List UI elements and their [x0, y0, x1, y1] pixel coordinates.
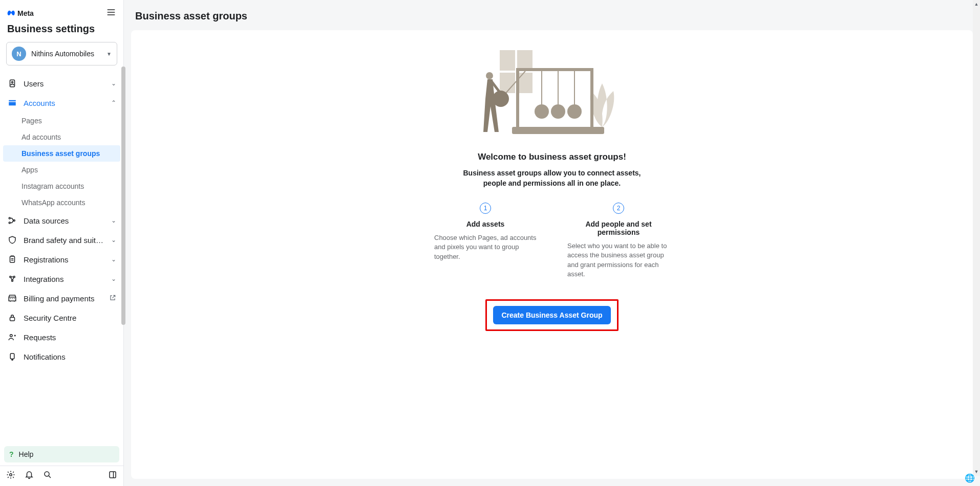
cta-highlight-box: Create Business Asset Group — [485, 299, 618, 331]
accounts-subitems: Pages Ad accounts Business asset groups … — [3, 113, 120, 211]
help-label: Help — [19, 450, 34, 458]
menu-toggle-icon[interactable] — [106, 7, 116, 19]
panel-icon[interactable] — [108, 470, 117, 482]
svg-point-29 — [551, 104, 565, 119]
settings-icon[interactable] — [6, 470, 15, 482]
svg-rect-23 — [516, 68, 593, 71]
step-number-badge: 2 — [613, 203, 624, 214]
clipboard-icon — [7, 255, 17, 264]
sidebar-item-notifications[interactable]: Notifications — [3, 347, 120, 366]
step-add-people: 2 Add people and set permissions Select … — [567, 203, 670, 279]
sidebar-subitem-apps[interactable]: Apps — [15, 162, 120, 178]
sidebar-subitem-whatsapp[interactable]: WhatsApp accounts — [15, 194, 120, 211]
sidebar-item-billing[interactable]: Billing and payments — [3, 289, 120, 308]
svg-rect-22 — [590, 68, 593, 128]
chevron-down-icon: ⌄ — [111, 275, 116, 282]
sidebar-item-label: Requests — [24, 333, 116, 342]
svg-rect-17 — [517, 50, 532, 71]
chevron-down-icon: ▼ — [106, 51, 112, 57]
welcome-subheading: Business asset groups allow you to conne… — [455, 168, 649, 188]
svg-point-10 — [10, 335, 13, 337]
svg-point-12 — [12, 359, 13, 360]
step-description: Select who you want to be able to access… — [567, 241, 670, 279]
lock-icon — [7, 313, 17, 322]
chevron-down-icon: ⌄ — [111, 80, 116, 87]
sidebar-item-brand-safety[interactable]: Brand safety and suitabil… ⌄ — [3, 230, 120, 250]
main-scrollbar[interactable]: ▲ ▼ — [973, 0, 980, 476]
svg-point-1 — [12, 81, 13, 83]
sidebar-subitem-business-asset-groups[interactable]: Business asset groups — [3, 145, 120, 162]
chevron-down-icon: ⌄ — [111, 236, 116, 244]
svg-rect-19 — [517, 73, 532, 93]
svg-rect-11 — [10, 354, 14, 359]
svg-point-13 — [10, 474, 12, 476]
svg-rect-18 — [500, 73, 515, 93]
search-icon[interactable] — [43, 470, 52, 482]
sidebar-item-integrations[interactable]: Integrations ⌄ — [3, 269, 120, 289]
business-name: Nithins Automobiles — [31, 50, 101, 58]
notifications-icon — [7, 352, 17, 361]
chevron-up-icon: ⌃ — [111, 99, 116, 106]
scroll-up-icon[interactable]: ▲ — [973, 0, 980, 8]
sidebar-subitem-instagram[interactable]: Instagram accounts — [15, 178, 120, 194]
help-button[interactable]: ? Help — [4, 446, 119, 462]
step-add-assets: 1 Add assets Choose which Pages, ad acco… — [434, 203, 537, 279]
sidebar-item-label: Data sources — [24, 216, 105, 225]
content-card: Welcome to business asset groups! Busine… — [131, 30, 973, 479]
svg-rect-9 — [10, 317, 15, 321]
sidebar-item-label: Accounts — [24, 99, 105, 107]
sidebar-item-label: Users — [24, 79, 105, 88]
sidebar-item-label: Notifications — [24, 352, 116, 361]
data-sources-icon — [7, 216, 17, 225]
bell-icon[interactable] — [25, 470, 34, 482]
requests-icon — [7, 333, 17, 342]
svg-point-6 — [10, 276, 11, 278]
sidebar-item-registrations[interactable]: Registrations ⌄ — [3, 250, 120, 269]
chevron-down-icon: ⌄ — [111, 256, 116, 263]
sidebar-item-label: Security Centre — [24, 314, 116, 322]
integrations-icon — [7, 274, 17, 283]
step-title: Add people and set permissions — [567, 220, 670, 236]
sidebar-item-data-sources[interactable]: Data sources ⌄ — [3, 211, 120, 230]
sidebar-title: Business settings — [0, 23, 123, 42]
svg-rect-16 — [500, 50, 515, 71]
svg-point-2 — [9, 217, 10, 219]
brand-label: Meta — [17, 9, 34, 17]
sidebar-subitem-ad-accounts[interactable]: Ad accounts — [15, 129, 120, 145]
onboarding-steps: 1 Add assets Choose which Pages, ad acco… — [434, 203, 670, 279]
sidebar: Meta Business settings N Nithins Automob… — [0, 0, 124, 486]
svg-point-8 — [12, 280, 13, 281]
svg-rect-5 — [10, 256, 15, 262]
help-icon: ? — [9, 450, 14, 458]
create-business-asset-group-button[interactable]: Create Business Asset Group — [493, 306, 610, 324]
business-selector[interactable]: N Nithins Automobiles ▼ — [6, 42, 117, 65]
svg-point-3 — [9, 222, 10, 224]
page-title: Business asset groups — [124, 0, 980, 30]
globe-icon[interactable]: 🌐 — [965, 473, 975, 483]
billing-icon — [7, 294, 17, 303]
svg-point-14 — [45, 472, 49, 476]
sidebar-item-label: Integrations — [24, 275, 105, 283]
sidebar-subitem-pages[interactable]: Pages — [15, 113, 120, 129]
step-number-badge: 1 — [480, 203, 491, 214]
svg-point-31 — [486, 72, 493, 79]
sidebar-nav: Users ⌄ Accounts ⌃ Pages Ad accounts Bus… — [0, 74, 123, 443]
svg-point-28 — [535, 104, 549, 119]
sidebar-item-users[interactable]: Users ⌄ — [3, 74, 120, 93]
sidebar-item-security[interactable]: Security Centre — [3, 308, 120, 327]
step-title: Add assets — [434, 220, 537, 228]
accounts-icon — [7, 98, 17, 107]
svg-rect-21 — [516, 68, 519, 128]
sidebar-item-requests[interactable]: Requests — [3, 327, 120, 347]
external-link-icon — [109, 294, 116, 303]
svg-point-7 — [13, 276, 15, 278]
users-icon — [7, 79, 17, 88]
main-content: Business asset groups — [124, 0, 980, 486]
sidebar-item-accounts[interactable]: Accounts ⌃ — [3, 93, 120, 113]
meta-logo: Meta — [7, 9, 34, 17]
sidebar-footer — [0, 466, 123, 486]
welcome-illustration — [480, 48, 624, 140]
sidebar-item-label: Billing and payments — [24, 294, 103, 303]
business-avatar: N — [12, 47, 26, 61]
welcome-heading: Welcome to business asset groups! — [478, 152, 626, 162]
